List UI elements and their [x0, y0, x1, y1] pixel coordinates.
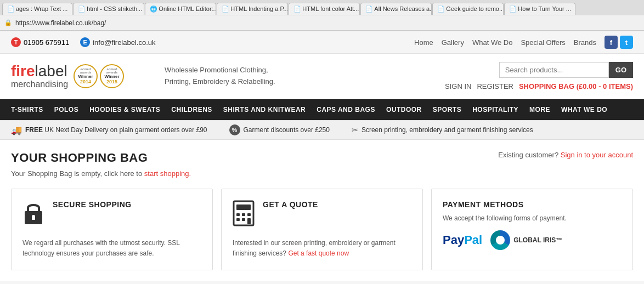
tab-5[interactable]: 📄 HTML font color Att... — [289, 3, 360, 15]
nav-home[interactable]: Home — [414, 38, 433, 47]
tab-7[interactable]: 📄 Geek guide to remo... — [432, 3, 504, 15]
payment-methods-card: PAYMENT METHODS We accept the following … — [431, 189, 633, 270]
svg-rect-7 — [247, 213, 251, 216]
tab-4[interactable]: 📄 HTML Indenting a P... — [217, 3, 288, 15]
tagline-line1: Wholesale Promotional Clothing, — [165, 65, 434, 76]
info-discounts: % Garment discounts over £250 — [229, 124, 330, 135]
twitter-icon[interactable]: t — [620, 36, 633, 49]
get-quote-card: GET A QUOTE Interested in our screen pri… — [221, 189, 423, 270]
url-text: https://www.firelabel.co.uk/bag/ — [15, 19, 106, 27]
search-button[interactable]: GO — [609, 62, 633, 78]
svg-rect-6 — [242, 213, 245, 216]
svg-rect-9 — [242, 218, 245, 221]
bag-message: Your Shopping Bag is empty, click here t… — [11, 169, 633, 178]
existing-customer: Existing customer? Sign in to your accou… — [498, 151, 633, 159]
logo[interactable]: firelabel merchandising — [11, 63, 68, 90]
svg-rect-4 — [236, 205, 251, 210]
sign-in-account-link[interactable]: Sign in to your account — [561, 151, 633, 159]
lock-icon — [22, 200, 44, 231]
payment-text: We accept the following forms of payment… — [443, 213, 622, 224]
svg-rect-5 — [236, 213, 240, 216]
info-services: ✂ Screen printing, embroidery and garmen… — [352, 126, 533, 134]
truck-icon: 🚚 — [11, 125, 22, 135]
info-delivery: 🚚 FREE UK Next Day Delivery on plain gar… — [11, 125, 207, 135]
fast-quote-link[interactable]: Get a fast quote now — [288, 249, 349, 257]
award-2014: ecmed awards Winner 2014 — [74, 64, 98, 88]
get-quote-title: GET A QUOTE — [263, 200, 318, 209]
facebook-icon[interactable]: f — [605, 36, 618, 49]
main-nav: T-SHIRTS POLOS HOODIES & SWEATS CHILDREN… — [0, 99, 644, 120]
nav-sports[interactable]: SPORTS — [427, 99, 467, 120]
delivery-text: FREE UK Next Day Delivery on plain garme… — [25, 126, 207, 134]
register-link[interactable]: REGISTER — [477, 82, 513, 90]
browser-chrome: 📄 ages : Wrap Text ... 📄 html - CSS stri… — [0, 0, 644, 31]
page-title: YOUR SHOPPING BAG — [11, 151, 148, 165]
nav-what-we-do-main[interactable]: WHAT WE DO — [556, 99, 613, 120]
svg-point-2 — [32, 215, 35, 218]
contact-info: T 01905 675911 E info@firelabel.co.uk — [11, 37, 156, 47]
nav-hospitality[interactable]: HOSPITALITY — [467, 99, 524, 120]
tab-8[interactable]: 📄 How to Turn Your ... — [504, 3, 575, 15]
address-bar[interactable]: 🔒 https://www.firelabel.co.uk/bag/ — [0, 15, 644, 31]
nav-hoodies[interactable]: HOODIES & SWEATS — [84, 99, 166, 120]
card-quote-header: GET A QUOTE — [233, 200, 411, 231]
secure-shopping-text: We regard all purchases with the utmost … — [22, 238, 201, 259]
calculator-icon — [233, 200, 255, 231]
tabs-bar: 📄 ages : Wrap Text ... 📄 html - CSS stri… — [0, 0, 644, 15]
email-link[interactable]: info@firelabel.co.uk — [93, 38, 155, 47]
paypal-logo: PayPal — [443, 233, 482, 247]
percent-icon: % — [229, 124, 240, 135]
info-bar: 🚚 FREE UK Next Day Delivery on plain gar… — [0, 120, 644, 140]
logo-merch: merchandising — [11, 79, 68, 89]
services-text: Screen printing, embroidery and garment … — [361, 126, 533, 134]
start-shopping-link[interactable]: start shopping. — [144, 169, 191, 178]
secure-icon: 🔒 — [4, 19, 12, 26]
phone-badge: T — [11, 37, 21, 47]
global-iris-logo: GLOBAL IRIS™ — [490, 230, 562, 250]
tab-6[interactable]: 📄 All News Releases a... — [360, 3, 432, 15]
search-input[interactable] — [499, 62, 609, 78]
nav-what-we-do[interactable]: What We Do — [472, 38, 512, 47]
content: YOUR SHOPPING BAG Existing customer? Sig… — [0, 140, 644, 281]
nav-polos[interactable]: POLOS — [49, 99, 84, 120]
content-header: YOUR SHOPPING BAG Existing customer? Sig… — [11, 151, 633, 165]
header: firelabel merchandising ecmed awards Win… — [0, 54, 644, 99]
nav-outdoor[interactable]: OUTDOOR — [381, 99, 427, 120]
card-secure-header: SECURE SHOPPING — [22, 200, 201, 231]
top-nav: Home Gallery What We Do Special Offers B… — [414, 36, 633, 49]
wrench-icon: ✂ — [352, 126, 358, 134]
award-2015: ecmed awards Winner 2015 — [100, 64, 124, 88]
nav-childrens[interactable]: CHILDRENS — [166, 99, 218, 120]
header-right: GO SIGN IN REGISTER SHOPPING BAG (£0.00 … — [445, 62, 633, 90]
nav-tshirts[interactable]: T-SHIRTS — [5, 99, 49, 120]
tab-1[interactable]: 📄 ages : Wrap Text ... — [2, 3, 72, 15]
nav-shirts-knitwear[interactable]: SHIRTS AND KNITWEAR — [218, 99, 311, 120]
tab-3[interactable]: 🌐 Online HTML Editor:... — [145, 3, 216, 15]
shopping-bag-link[interactable]: SHOPPING BAG (£0.00 - 0 ITEMS) — [519, 82, 633, 90]
top-bar: T 01905 675911 E info@firelabel.co.uk Ho… — [0, 31, 644, 54]
nav-caps-bags[interactable]: CAPS AND BAGS — [311, 99, 381, 120]
payment-logos: PayPal GLOBAL IRIS™ — [443, 230, 622, 250]
logo-area: firelabel merchandising ecmed awards Win… — [11, 63, 154, 90]
award-badges: ecmed awards Winner 2014 ecmed awards Wi… — [74, 64, 124, 88]
social-icons: f t — [605, 36, 633, 49]
payment-title: PAYMENT METHODS — [443, 200, 622, 209]
header-tagline: Wholesale Promotional Clothing, Printing… — [165, 65, 434, 88]
account-bar: SIGN IN REGISTER SHOPPING BAG (£0.00 - 0… — [445, 82, 633, 90]
secure-shopping-card: SECURE SHOPPING We regard all purchases … — [11, 189, 213, 270]
nav-more[interactable]: MORE — [524, 99, 556, 120]
svg-rect-10 — [247, 218, 251, 224]
tab-2[interactable]: 📄 html - CSS striketh... — [73, 3, 144, 15]
phone-number: 01905 675911 — [24, 38, 69, 47]
nav-gallery[interactable]: Gallery — [442, 38, 464, 47]
svg-rect-8 — [236, 218, 240, 221]
get-quote-text: Interested in our screen printing, embro… — [233, 238, 411, 259]
discount-text: Garment discounts over £250 — [244, 126, 330, 134]
search-bar: GO — [499, 62, 633, 78]
nav-special-offers[interactable]: Special Offers — [521, 38, 565, 47]
secure-shopping-title: SECURE SHOPPING — [53, 200, 132, 209]
iris-circle-icon — [490, 230, 510, 250]
nav-brands[interactable]: Brands — [574, 38, 596, 47]
sign-in-link[interactable]: SIGN IN — [445, 82, 471, 90]
page: T 01905 675911 E info@firelabel.co.uk Ho… — [0, 31, 644, 281]
